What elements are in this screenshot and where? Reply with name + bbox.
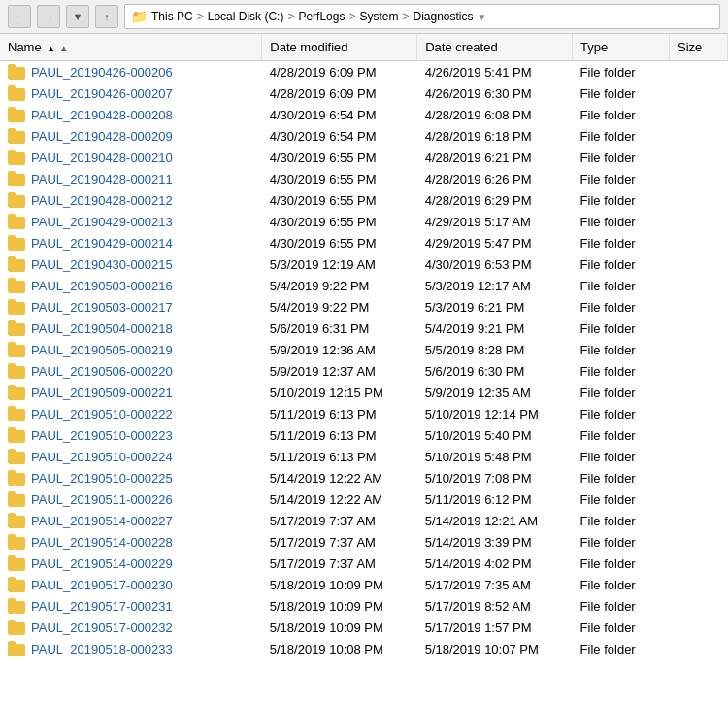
table-row[interactable]: PAUL_20190426-000206 4/28/2019 6:09 PM 4… [0, 61, 728, 84]
column-header-size[interactable]: Size [670, 34, 728, 61]
address-segment-diagnostics: Diagnostics [413, 10, 473, 23]
file-type-cell: File folder [573, 360, 670, 382]
file-name-text: PAUL_20190514-000228 [31, 535, 173, 550]
up-button[interactable]: ↑ [95, 5, 118, 28]
table-row[interactable]: PAUL_20190514-000227 5/17/2019 7:37 AM 5… [0, 510, 728, 531]
file-name-cell: PAUL_20190509-000221 [0, 382, 262, 403]
column-header-created[interactable]: Date created [417, 34, 573, 61]
file-link[interactable]: PAUL_20190428-000211 [8, 171, 254, 186]
table-row[interactable]: PAUL_20190517-000231 5/18/2019 10:09 PM … [0, 595, 728, 617]
file-link[interactable]: PAUL_20190429-000214 [8, 235, 254, 251]
folder-icon [8, 64, 25, 80]
file-link[interactable]: PAUL_20190428-000208 [8, 107, 254, 122]
file-modified-cell: 5/17/2019 7:37 AM [262, 510, 417, 531]
file-type-cell: File folder [573, 553, 670, 574]
file-name-cell: PAUL_20190426-000207 [0, 83, 262, 104]
file-link[interactable]: PAUL_20190426-000207 [8, 85, 254, 101]
file-link[interactable]: PAUL_20190517-000230 [8, 577, 254, 592]
file-link[interactable]: PAUL_20190517-000232 [8, 620, 254, 635]
table-row[interactable]: PAUL_20190514-000229 5/17/2019 7:37 AM 5… [0, 553, 728, 574]
table-row[interactable]: PAUL_20190510-000224 5/11/2019 6:13 PM 5… [0, 446, 728, 467]
table-row[interactable]: PAUL_20190505-000219 5/9/2019 12:36 AM 5… [0, 339, 728, 360]
file-type-cell: File folder [573, 125, 670, 147]
table-row[interactable]: PAUL_20190511-000226 5/14/2019 12:22 AM … [0, 488, 728, 510]
file-link[interactable]: PAUL_20190510-000225 [8, 470, 254, 486]
file-link[interactable]: PAUL_20190517-000231 [8, 598, 254, 614]
file-name-text: PAUL_20190510-000223 [31, 428, 173, 443]
file-link[interactable]: PAUL_20190504-000218 [8, 320, 254, 336]
address-bar[interactable]: 📁This PC > Local Disk (C:) > PerfLogs > … [124, 4, 720, 29]
table-row[interactable]: PAUL_20190506-000220 5/9/2019 12:37 AM 5… [0, 360, 728, 382]
file-link[interactable]: PAUL_20190429-000213 [8, 214, 254, 229]
forward-button[interactable]: → [37, 5, 60, 28]
table-row[interactable]: PAUL_20190428-000209 4/30/2019 6:54 PM 4… [0, 125, 728, 147]
table-row[interactable]: PAUL_20190510-000223 5/11/2019 6:13 PM 5… [0, 424, 728, 446]
file-link[interactable]: PAUL_20190428-000209 [8, 128, 254, 144]
file-link[interactable]: PAUL_20190503-000216 [8, 278, 254, 293]
file-link[interactable]: PAUL_20190510-000222 [8, 406, 254, 421]
file-link[interactable]: PAUL_20190514-000227 [8, 513, 254, 528]
table-row[interactable]: PAUL_20190428-000208 4/30/2019 6:54 PM 4… [0, 104, 728, 125]
column-header-type[interactable]: Type [573, 34, 670, 61]
file-modified-cell: 5/17/2019 7:37 AM [262, 531, 417, 553]
table-row[interactable]: PAUL_20190428-000210 4/30/2019 6:55 PM 4… [0, 147, 728, 168]
file-name-cell: PAUL_20190426-000206 [0, 61, 262, 84]
file-list-container: Name ▲ Date modified Date created Type S… [0, 34, 728, 705]
file-modified-cell: 5/18/2019 10:09 PM [262, 574, 417, 595]
table-row[interactable]: PAUL_20190517-000230 5/18/2019 10:09 PM … [0, 574, 728, 595]
table-row[interactable]: PAUL_20190429-000214 4/30/2019 6:55 PM 4… [0, 232, 728, 253]
file-link[interactable]: PAUL_20190509-000221 [8, 385, 254, 400]
file-link[interactable]: PAUL_20190511-000226 [8, 491, 254, 507]
file-link[interactable]: PAUL_20190514-000228 [8, 534, 254, 550]
file-link[interactable]: PAUL_20190506-000220 [8, 363, 254, 379]
file-created-cell: 4/28/2019 6:26 PM [417, 168, 573, 189]
table-row[interactable]: PAUL_20190518-000233 5/18/2019 10:08 PM … [0, 638, 728, 659]
recent-button[interactable]: ▼ [66, 5, 89, 28]
file-link[interactable]: PAUL_20190510-000224 [8, 449, 254, 464]
file-modified-cell: 5/4/2019 9:22 PM [262, 275, 417, 296]
table-row[interactable]: PAUL_20190503-000217 5/4/2019 9:22 PM 5/… [0, 296, 728, 318]
file-modified-cell: 5/10/2019 12:15 PM [262, 382, 417, 403]
table-row[interactable]: PAUL_20190509-000221 5/10/2019 12:15 PM … [0, 382, 728, 403]
file-link[interactable]: PAUL_20190426-000206 [8, 64, 254, 80]
back-button[interactable]: ← [8, 5, 31, 28]
file-link[interactable]: PAUL_20190505-000219 [8, 342, 254, 357]
table-row[interactable]: PAUL_20190503-000216 5/4/2019 9:22 PM 5/… [0, 275, 728, 296]
file-name-text: PAUL_20190518-000233 [31, 642, 173, 656]
column-header-modified[interactable]: Date modified [262, 34, 417, 61]
folder-icon [8, 342, 25, 357]
column-header-name[interactable]: Name ▲ [0, 34, 262, 61]
table-row[interactable]: PAUL_20190510-000222 5/11/2019 6:13 PM 5… [0, 403, 728, 424]
folder-icon [8, 577, 25, 592]
file-modified-cell: 5/9/2019 12:37 AM [262, 360, 417, 382]
table-row[interactable]: PAUL_20190517-000232 5/18/2019 10:09 PM … [0, 617, 728, 638]
file-link[interactable]: PAUL_20190514-000229 [8, 555, 254, 571]
file-link[interactable]: PAUL_20190503-000217 [8, 299, 254, 315]
file-link[interactable]: PAUL_20190510-000223 [8, 427, 254, 443]
table-row[interactable]: PAUL_20190510-000225 5/14/2019 12:22 AM … [0, 467, 728, 488]
folder-icon [8, 555, 25, 571]
file-link[interactable]: PAUL_20190518-000233 [8, 641, 254, 656]
file-created-cell: 4/26/2019 5:41 PM [417, 61, 573, 84]
table-row[interactable]: PAUL_20190428-000211 4/30/2019 6:55 PM 4… [0, 168, 728, 189]
file-link[interactable]: PAUL_20190428-000210 [8, 150, 254, 165]
file-created-cell: 5/10/2019 12:14 PM [417, 403, 573, 424]
table-row[interactable]: PAUL_20190428-000212 4/30/2019 6:55 PM 4… [0, 189, 728, 211]
file-created-cell: 5/14/2019 12:21 AM [417, 510, 573, 531]
table-row[interactable]: PAUL_20190426-000207 4/28/2019 6:09 PM 4… [0, 83, 728, 104]
file-modified-cell: 4/30/2019 6:55 PM [262, 211, 417, 232]
file-created-cell: 5/6/2019 6:30 PM [417, 360, 573, 382]
table-row[interactable]: PAUL_20190504-000218 5/6/2019 6:31 PM 5/… [0, 318, 728, 339]
address-sep-3: > [348, 10, 355, 23]
file-link[interactable]: PAUL_20190428-000212 [8, 192, 254, 208]
table-row[interactable]: PAUL_20190514-000228 5/17/2019 7:37 AM 5… [0, 531, 728, 553]
file-name-cell: PAUL_20190517-000232 [0, 617, 262, 638]
file-size-cell [670, 382, 728, 403]
table-row[interactable]: PAUL_20190430-000215 5/3/2019 12:19 AM 4… [0, 253, 728, 275]
file-size-cell [670, 403, 728, 424]
file-modified-cell: 5/18/2019 10:09 PM [262, 617, 417, 638]
file-created-cell: 5/4/2019 9:21 PM [417, 318, 573, 339]
file-link[interactable]: PAUL_20190430-000215 [8, 256, 254, 272]
file-size-cell [670, 531, 728, 553]
table-row[interactable]: PAUL_20190429-000213 4/30/2019 6:55 PM 4… [0, 211, 728, 232]
